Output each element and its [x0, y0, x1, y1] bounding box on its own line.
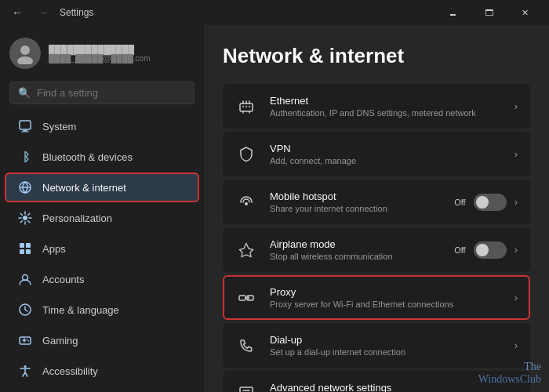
page-title: Network & internet	[223, 44, 530, 68]
vpn-desc: Add, connect, manage	[270, 156, 502, 165]
proxy-right: ›	[514, 292, 518, 303]
ethernet-desc: Authentication, IP and DNS settings, met…	[270, 108, 502, 118]
advanced-network-chevron: ›	[514, 387, 518, 392]
profile-name: ██████████████	[49, 45, 151, 54]
back-button[interactable]: ←	[6, 2, 28, 24]
content-area: Network & internet Ethernet Authenticati…	[204, 25, 549, 392]
close-button[interactable]: ✕	[507, 0, 543, 25]
mobile-hotspot-desc: Share your internet connection	[270, 204, 442, 213]
profile-info: ██████████████ ████_█████@████.com	[49, 45, 151, 63]
dialup-chevron: ›	[514, 339, 518, 351]
proxy-desc: Proxy server for Wi-Fi and Ethernet conn…	[270, 299, 502, 309]
gaming-icon	[17, 332, 33, 348]
settings-item-dialup[interactable]: Dial-up Set up a dial-up internet connec…	[223, 323, 530, 368]
sidebar-profile[interactable]: ██████████████ ████_█████@████.com	[0, 25, 204, 78]
sidebar-item-label: Apps	[42, 243, 66, 255]
search-input[interactable]	[37, 87, 186, 99]
sidebar-item-gaming[interactable]: Gaming	[5, 325, 199, 355]
forward-button[interactable]: →	[31, 2, 53, 24]
maximize-button[interactable]: 🗖	[471, 0, 507, 25]
settings-item-airplane-mode[interactable]: Airplane mode Stop all wireless communic…	[223, 227, 530, 272]
sidebar: ██████████████ ████_█████@████.com 🔍 Sys…	[0, 25, 204, 392]
sidebar-item-network[interactable]: Network & internet	[5, 172, 199, 202]
settings-item-proxy[interactable]: Proxy Proxy server for Wi-Fi and Etherne…	[223, 275, 530, 320]
svg-rect-4	[21, 132, 29, 132]
airplane-mode-toggle-label: Off	[454, 245, 465, 255]
sidebar-item-label: Gaming	[42, 335, 78, 347]
sidebar-item-label: Bluetooth & devices	[42, 151, 133, 163]
nav-items: System Bluetooth & devices Network & int…	[0, 111, 204, 392]
mobile-hotspot-toggle-label: Off	[454, 198, 465, 207]
svg-point-15	[28, 340, 30, 342]
svg-point-22	[245, 202, 248, 205]
vpn-text: VPN Add, connect, manage	[270, 143, 502, 165]
mobile-hotspot-right: Off ›	[454, 194, 518, 211]
dialup-title: Dial-up	[270, 334, 502, 346]
dialup-right: ›	[514, 339, 518, 351]
airplane-mode-right: Off ›	[454, 241, 518, 259]
svg-rect-2	[20, 121, 31, 129]
mobile-hotspot-toggle[interactable]	[474, 194, 507, 211]
sidebar-item-label: System	[42, 121, 76, 132]
mobile-hotspot-text: Mobile hotspot Share your internet conne…	[270, 191, 442, 213]
sidebar-item-apps[interactable]: Apps	[5, 234, 199, 263]
svg-point-6	[23, 216, 27, 220]
sidebar-item-personalization[interactable]: Personalization	[5, 203, 199, 233]
titlebar: ← → Settings 🗕 🗖 ✕	[0, 0, 549, 25]
svg-point-21	[249, 106, 250, 107]
svg-point-1	[17, 56, 33, 64]
svg-point-19	[242, 106, 244, 107]
minimize-button[interactable]: 🗕	[434, 0, 471, 25]
settings-item-ethernet[interactable]: Ethernet Authentication, IP and DNS sett…	[223, 84, 530, 129]
ethernet-title: Ethernet	[270, 95, 502, 107]
advanced-network-text: Advanced network settings View all netwo…	[270, 382, 502, 392]
search-box[interactable]: 🔍	[9, 82, 195, 104]
airplane-mode-toggle[interactable]	[474, 241, 507, 259]
accessibility-icon	[17, 363, 33, 379]
settings-item-vpn[interactable]: VPN Add, connect, manage ›	[223, 132, 530, 176]
advanced-network-title: Advanced network settings	[270, 382, 502, 392]
network-icon	[17, 180, 33, 195]
ethernet-chevron: ›	[514, 100, 518, 112]
svg-rect-3	[23, 130, 27, 132]
settings-item-advanced-network[interactable]: Advanced network settings View all netwo…	[223, 371, 530, 392]
svg-rect-25	[240, 387, 253, 393]
airplane-mode-toggle-thumb	[476, 244, 489, 256]
sidebar-item-label: Accessibility	[42, 365, 98, 377]
sidebar-item-privacy[interactable]: Privacy & security	[5, 387, 199, 392]
mobile-hotspot-chevron: ›	[514, 196, 518, 208]
system-icon	[17, 118, 33, 134]
airplane-mode-chevron: ›	[514, 244, 518, 256]
titlebar-controls: 🗕 🗖 ✕	[434, 0, 543, 25]
sidebar-item-label: Network & internet	[42, 182, 126, 194]
svg-point-0	[20, 45, 30, 55]
sidebar-item-time[interactable]: Time & language	[5, 295, 199, 325]
bluetooth-icon	[17, 149, 33, 165]
vpn-icon	[235, 143, 257, 165]
settings-item-mobile-hotspot[interactable]: Mobile hotspot Share your internet conne…	[223, 180, 530, 224]
sidebar-item-label: Time & language	[42, 304, 119, 316]
content-wrapper: Network & internet Ethernet Authenticati…	[204, 25, 549, 392]
svg-rect-8	[26, 243, 31, 248]
search-icon: 🔍	[18, 87, 31, 99]
sidebar-item-accounts[interactable]: Accounts	[5, 264, 199, 294]
time-icon	[17, 302, 33, 318]
vpn-title: VPN	[270, 143, 502, 154]
titlebar-nav: ← →	[6, 2, 53, 24]
dialup-text: Dial-up Set up a dial-up internet connec…	[270, 334, 502, 357]
proxy-chevron: ›	[514, 292, 518, 303]
ethernet-right: ›	[514, 100, 518, 112]
sidebar-item-accessibility[interactable]: Accessibility	[5, 356, 199, 386]
sidebar-item-system[interactable]: System	[5, 111, 199, 141]
dialup-desc: Set up a dial-up internet connection	[270, 347, 502, 357]
personalization-icon	[17, 210, 33, 226]
mobile-hotspot-toggle-thumb	[476, 196, 489, 209]
svg-point-14	[27, 339, 28, 341]
svg-rect-7	[20, 243, 24, 248]
titlebar-left: ← → Settings	[6, 2, 93, 24]
profile-email: ████_█████@████.com	[49, 54, 151, 63]
accounts-icon	[17, 271, 33, 287]
vpn-chevron: ›	[514, 148, 518, 160]
proxy-icon	[235, 287, 257, 309]
sidebar-item-bluetooth[interactable]: Bluetooth & devices	[5, 142, 199, 172]
